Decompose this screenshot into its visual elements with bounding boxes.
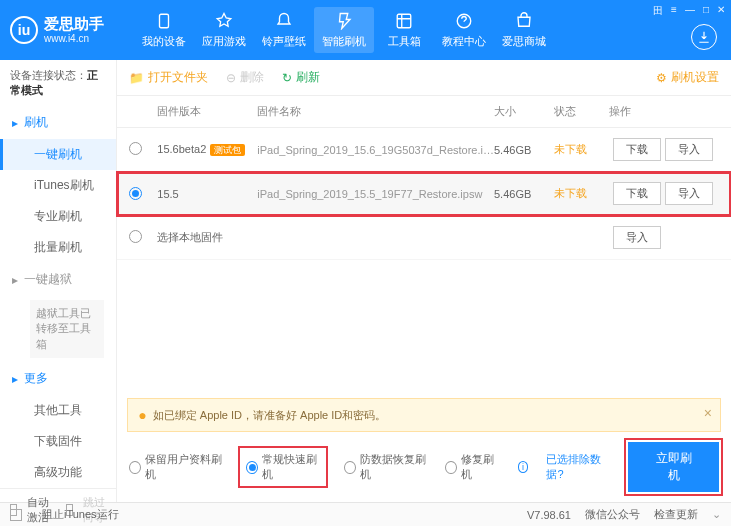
mode-radio[interactable] (344, 461, 356, 474)
delete-button[interactable]: ⊖ 删除 (226, 69, 264, 86)
maximize-button[interactable]: □ (703, 4, 709, 18)
firmware-table-header: 固件版本 固件名称 大小 状态 操作 (117, 96, 731, 128)
header-ops: 操作 (609, 104, 719, 119)
download-button[interactable]: 下载 (613, 182, 661, 205)
folder-icon: 📁 (129, 71, 144, 85)
flash-mode-bar: 保留用户资料刷机常规快速刷机防数据恢复刷机修复刷机i已选排除数据?立即刷机 (117, 432, 731, 502)
main-nav: 我的设备应用游戏铃声壁纸智能刷机工具箱教程中心爱思商城 (134, 7, 554, 53)
side-group-0[interactable]: ▸刷机 (0, 106, 116, 139)
exclude-data-link[interactable]: 已选排除数据? (546, 452, 610, 482)
firmware-row[interactable]: 15.6beta2测试包 iPad_Spring_2019_15.6_19G50… (117, 128, 731, 172)
tools-icon (394, 11, 414, 31)
sidebar-item-2-1[interactable]: 下载固件 (0, 426, 116, 457)
warning-text: 如已绑定 Apple ID，请准备好 Apple ID和密码。 (153, 408, 387, 423)
grid-button[interactable]: 田 (653, 4, 663, 18)
firmware-size: 5.46GB (494, 188, 554, 200)
download-manager-button[interactable] (691, 24, 717, 50)
firmware-row[interactable]: 15.5 iPad_Spring_2019_15.5_19F77_Restore… (117, 172, 731, 216)
nav-ring[interactable]: 铃声壁纸 (254, 7, 314, 53)
flash-settings-button[interactable]: ⚙ 刷机设置 (656, 69, 719, 86)
nav-help[interactable]: 教程中心 (434, 7, 494, 53)
flash-mode-3[interactable]: 修复刷机 (445, 452, 499, 482)
flash-mode-0[interactable]: 保留用户资料刷机 (129, 452, 222, 482)
nav-label: 教程中心 (442, 34, 486, 49)
device-icon (154, 11, 174, 31)
block-itunes-checkbox[interactable] (10, 509, 22, 521)
firmware-status: 未下载 (554, 142, 609, 157)
info-icon[interactable]: i (518, 461, 529, 473)
toolbar: 📁 打开文件夹 ⊖ 删除 ↻ 刷新 ⚙ 刷机设置 (117, 60, 731, 96)
side-group-2[interactable]: ▸更多 (0, 362, 116, 395)
sidebar-item-0-0[interactable]: 一键刷机 (0, 139, 116, 170)
nav-label: 爱思商城 (502, 34, 546, 49)
refresh-icon: ↻ (282, 71, 292, 85)
nav-flash[interactable]: 智能刷机 (314, 7, 374, 53)
import-button[interactable]: 导入 (665, 182, 713, 205)
local-firmware-row[interactable]: 选择本地固件 导入 (117, 216, 731, 260)
flash-mode-1[interactable]: 常规快速刷机 (240, 448, 326, 486)
nav-app[interactable]: 应用游戏 (194, 7, 254, 53)
delete-icon: ⊖ (226, 71, 236, 85)
firmware-radio[interactable] (129, 142, 142, 155)
nav-shop[interactable]: 爱思商城 (494, 7, 554, 53)
mode-radio[interactable] (129, 461, 141, 474)
app-logo: iu 爱思助手 www.i4.cn (10, 15, 104, 45)
nav-label: 我的设备 (142, 34, 186, 49)
firmware-name: iPad_Spring_2019_15.6_19G5037d_Restore.i… (257, 144, 494, 156)
firmware-version: 15.6beta2测试包 (157, 143, 257, 157)
mode-radio[interactable] (246, 461, 258, 474)
side-group-1[interactable]: ▸一键越狱 (0, 263, 116, 296)
minimize-button[interactable]: — (685, 4, 695, 18)
import-button[interactable]: 导入 (665, 138, 713, 161)
content-area: 📁 打开文件夹 ⊖ 删除 ↻ 刷新 ⚙ 刷机设置 固件版本 固件名称 大小 状态… (117, 60, 731, 502)
local-firmware-radio[interactable] (129, 230, 142, 243)
wechat-link[interactable]: 微信公众号 (585, 507, 640, 522)
nav-label: 应用游戏 (202, 34, 246, 49)
warning-close-button[interactable]: × (704, 405, 712, 421)
download-button[interactable]: 下载 (613, 138, 661, 161)
header-size[interactable]: 大小 (494, 104, 554, 119)
firmware-radio[interactable] (129, 187, 142, 200)
check-update-link[interactable]: 检查更新 (654, 507, 698, 522)
sidebar-item-0-2[interactable]: 专业刷机 (0, 201, 116, 232)
app-url: www.i4.cn (44, 33, 104, 45)
nav-label: 铃声壁纸 (262, 34, 306, 49)
shop-icon (514, 11, 534, 31)
firmware-name: iPad_Spring_2019_15.5_19F77_Restore.ipsw (257, 188, 494, 200)
sidebar-item-2-2[interactable]: 高级功能 (0, 457, 116, 488)
menu-button[interactable]: ≡ (671, 4, 677, 18)
window-controls: 田≡—□✕ (653, 4, 725, 18)
mode-radio[interactable] (445, 461, 457, 474)
flash-small-icon: ▸ (12, 116, 18, 130)
nav-tools[interactable]: 工具箱 (374, 7, 434, 53)
sidebar-item-0-3[interactable]: 批量刷机 (0, 232, 116, 263)
side-note: 越狱工具已转移至工具箱 (30, 300, 104, 358)
svg-rect-1 (397, 14, 411, 28)
sidebar-item-0-1[interactable]: iTunes刷机 (0, 170, 116, 201)
firmware-status: 未下载 (554, 186, 609, 201)
local-import-button[interactable]: 导入 (613, 226, 661, 249)
sidebar: 设备连接状态：正常模式 ▸刷机一键刷机iTunes刷机专业刷机批量刷机▸一键越狱… (0, 60, 117, 502)
header-version[interactable]: 固件版本 (157, 104, 257, 119)
beta-badge: 测试包 (210, 144, 245, 156)
nav-label: 智能刷机 (322, 34, 366, 49)
open-folder-button[interactable]: 📁 打开文件夹 (129, 69, 208, 86)
header-name[interactable]: 固件名称 (257, 104, 494, 119)
app-icon (214, 11, 234, 31)
chevron-down-icon[interactable]: ⌄ (712, 508, 721, 521)
refresh-button[interactable]: ↻ 刷新 (282, 69, 320, 86)
svg-rect-0 (160, 14, 169, 28)
logo-icon: iu (10, 16, 38, 44)
ring-icon (274, 11, 294, 31)
nav-device[interactable]: 我的设备 (134, 7, 194, 53)
header-status[interactable]: 状态 (554, 104, 609, 119)
flash-now-button[interactable]: 立即刷机 (628, 442, 719, 492)
sidebar-item-2-0[interactable]: 其他工具 (0, 395, 116, 426)
apple-id-warning: ● 如已绑定 Apple ID，请准备好 Apple ID和密码。 × (127, 398, 721, 432)
lock-icon: ▸ (12, 273, 18, 287)
more-icon: ▸ (12, 372, 18, 386)
close-button[interactable]: ✕ (717, 4, 725, 18)
local-firmware-label: 选择本地固件 (157, 230, 609, 245)
warning-icon: ● (138, 407, 146, 423)
flash-mode-2[interactable]: 防数据恢复刷机 (344, 452, 427, 482)
